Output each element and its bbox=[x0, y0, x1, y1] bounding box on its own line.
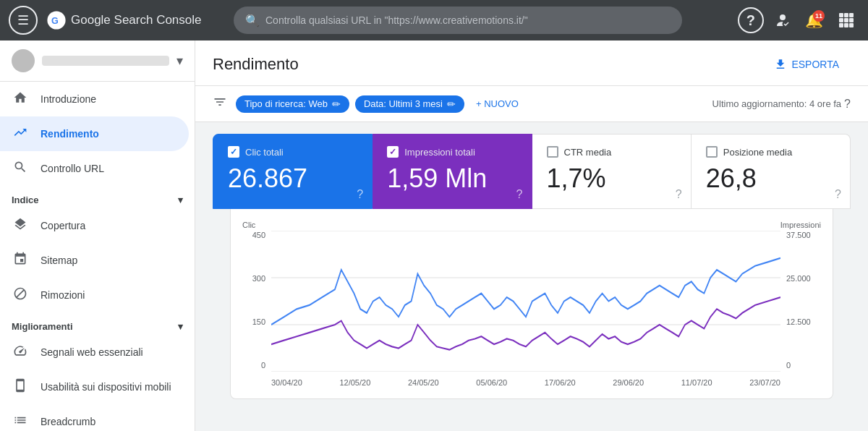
sidebar-label-sitemap: Sitemap bbox=[41, 255, 77, 266]
x-label-1: 12/05/20 bbox=[339, 378, 370, 387]
menu-icon: ☰ bbox=[17, 12, 29, 28]
metric-label-posizione: Posizione media bbox=[723, 147, 792, 158]
chart-x-labels: 30/04/20 12/05/20 24/05/20 05/06/20 17/0… bbox=[271, 378, 780, 387]
filter-chip-data-edit-icon: ✏ bbox=[447, 98, 456, 110]
metric-header-ctr: CTR media bbox=[547, 146, 676, 158]
apps-button[interactable] bbox=[833, 7, 859, 33]
section-miglioramenti-chevron-icon: ▾ bbox=[178, 321, 183, 332]
page-title: Rendimento bbox=[213, 55, 299, 74]
help-button[interactable]: ? bbox=[738, 7, 764, 33]
app-title: Google Search Console bbox=[71, 13, 202, 27]
x-label-7: 23/07/20 bbox=[749, 378, 780, 387]
search-nav-icon bbox=[12, 160, 29, 178]
site-selector[interactable]: ▾ bbox=[0, 40, 195, 82]
search-icon: 🔍 bbox=[245, 14, 260, 27]
svg-point-2 bbox=[780, 14, 786, 20]
y-left-3: 300 bbox=[242, 274, 265, 283]
svg-rect-7 bbox=[839, 18, 843, 22]
sidebar-label-controllo-url: Controllo URL bbox=[41, 163, 104, 174]
topnav: ☰ G Google Search Console 🔍 ? 🔔 11 bbox=[0, 0, 868, 40]
svg-rect-12 bbox=[849, 23, 854, 27]
sidebar: ▾ Introduzione Rendimento Controllo URL … bbox=[0, 40, 195, 431]
svg-rect-6 bbox=[849, 13, 854, 17]
sidebar-item-breadcrumb[interactable]: Breadcrumb bbox=[0, 404, 189, 431]
metric-help-posizione-icon[interactable]: ? bbox=[835, 188, 841, 201]
export-label: ESPORTA bbox=[791, 59, 839, 70]
metric-card-ctr[interactable]: CTR media 1,7% ? bbox=[532, 134, 692, 209]
metric-help-impressioni-icon[interactable]: ? bbox=[516, 188, 523, 201]
x-label-5: 29/06/20 bbox=[613, 378, 644, 387]
section-indice[interactable]: Indice ▾ bbox=[0, 186, 195, 208]
x-label-2: 24/05/20 bbox=[408, 378, 439, 387]
update-help-icon[interactable]: ? bbox=[844, 98, 851, 111]
chart-y-left-axis: 450 300 150 0 bbox=[242, 231, 265, 387]
search-bar[interactable]: 🔍 bbox=[234, 7, 682, 34]
layers-icon bbox=[12, 217, 29, 235]
sidebar-label-rimozioni: Rimozioni bbox=[41, 289, 85, 301]
metric-checkbox-impressioni[interactable]: ✓ bbox=[387, 146, 399, 158]
phone-icon bbox=[12, 378, 29, 396]
sidebar-item-usabilita-mobile[interactable]: Usabilità sui dispositivi mobili bbox=[0, 370, 189, 404]
menu-button[interactable]: ☰ bbox=[9, 6, 38, 35]
filter-icon[interactable] bbox=[213, 95, 227, 113]
main-header: Rendimento ESPORTA bbox=[195, 40, 868, 86]
svg-rect-10 bbox=[839, 23, 843, 27]
sidebar-item-introduzione[interactable]: Introduzione bbox=[0, 82, 189, 116]
metric-card-clic[interactable]: ✓ Clic totali 26.867 ? bbox=[213, 134, 373, 209]
site-avatar bbox=[12, 49, 35, 72]
metric-value-posizione: 26,8 bbox=[706, 163, 835, 194]
section-miglioramenti[interactable]: Miglioramenti ▾ bbox=[0, 312, 195, 335]
metric-label-ctr: CTR media bbox=[564, 147, 612, 158]
metric-checkbox-clic[interactable]: ✓ bbox=[228, 146, 239, 158]
metric-label-impressioni: Impressioni totali bbox=[404, 147, 475, 158]
chart-area: 30/04/20 12/05/20 24/05/20 05/06/20 17/0… bbox=[271, 231, 780, 387]
main-content: Rendimento ESPORTA Tipo di ricerca: Web … bbox=[195, 40, 868, 431]
y-right-4: 37.500 bbox=[786, 231, 821, 239]
app-logo: G Google Search Console bbox=[46, 10, 202, 30]
export-button[interactable]: ESPORTA bbox=[762, 52, 851, 77]
x-label-0: 30/04/20 bbox=[271, 378, 302, 387]
notifications-button[interactable]: 🔔 11 bbox=[801, 7, 827, 33]
sidebar-label-copertura: Copertura bbox=[41, 220, 85, 231]
remove-icon bbox=[12, 286, 29, 304]
x-label-3: 05/06/20 bbox=[476, 378, 507, 387]
chart-left-label: Clic bbox=[242, 221, 255, 229]
y-left-4: 450 bbox=[242, 231, 265, 239]
topnav-icon-group: ? 🔔 11 bbox=[738, 7, 859, 33]
sidebar-item-segnali-web[interactable]: Segnali web essenziali bbox=[0, 335, 189, 370]
checkbox-check-impressioni: ✓ bbox=[389, 147, 396, 157]
sidebar-label-breadcrumb: Breadcrumb bbox=[41, 416, 95, 427]
sidebar-item-sitemap[interactable]: Sitemap bbox=[0, 243, 189, 278]
metric-card-impressioni[interactable]: ✓ Impressioni totali 1,59 Mln ? bbox=[373, 134, 532, 209]
metric-header-clic: ✓ Clic totali bbox=[228, 146, 357, 158]
sitemap-icon bbox=[12, 252, 29, 270]
sidebar-item-rendimento[interactable]: Rendimento bbox=[0, 116, 189, 151]
metric-label-clic: Clic totali bbox=[245, 147, 284, 158]
metric-header-impressioni: ✓ Impressioni totali bbox=[387, 146, 516, 158]
metric-value-impressioni: 1,59 Mln bbox=[387, 163, 516, 194]
section-miglioramenti-label: Miglioramenti bbox=[12, 321, 73, 332]
metric-checkbox-posizione[interactable] bbox=[706, 146, 718, 158]
metric-card-posizione[interactable]: Posizione media 26,8 ? bbox=[692, 134, 851, 209]
y-left-1: 0 bbox=[242, 361, 265, 370]
sidebar-item-rimozioni[interactable]: Rimozioni bbox=[0, 278, 189, 312]
svg-rect-11 bbox=[844, 23, 848, 27]
search-input[interactable] bbox=[265, 14, 671, 26]
filter-chip-tipo-edit-icon: ✏ bbox=[332, 98, 341, 110]
metric-checkbox-ctr[interactable] bbox=[547, 146, 558, 158]
metric-help-clic-icon[interactable]: ? bbox=[357, 188, 363, 201]
sidebar-item-copertura[interactable]: Copertura bbox=[0, 208, 189, 243]
metric-help-ctr-icon[interactable]: ? bbox=[676, 188, 682, 201]
update-info: Ultimo aggiornamento: 4 ore fa ? bbox=[712, 98, 851, 111]
chart-wrapper: 450 300 150 0 bbox=[242, 231, 821, 387]
svg-rect-4 bbox=[839, 13, 843, 17]
chart-right-label: Impressioni bbox=[780, 221, 821, 229]
sidebar-item-controllo-url[interactable]: Controllo URL bbox=[0, 151, 189, 186]
metrics-cards: ✓ Clic totali 26.867 ? ✓ Impressioni tot… bbox=[213, 134, 851, 209]
filter-chip-tipo-ricerca[interactable]: Tipo di ricerca: Web ✏ bbox=[236, 95, 349, 113]
svg-rect-5 bbox=[844, 13, 848, 17]
account-button[interactable] bbox=[770, 7, 796, 33]
new-filter-button[interactable]: + NUOVO bbox=[470, 95, 524, 112]
filter-chip-data[interactable]: Data: Ultimi 3 mesi ✏ bbox=[355, 95, 464, 113]
y-right-3: 25.000 bbox=[786, 274, 821, 283]
